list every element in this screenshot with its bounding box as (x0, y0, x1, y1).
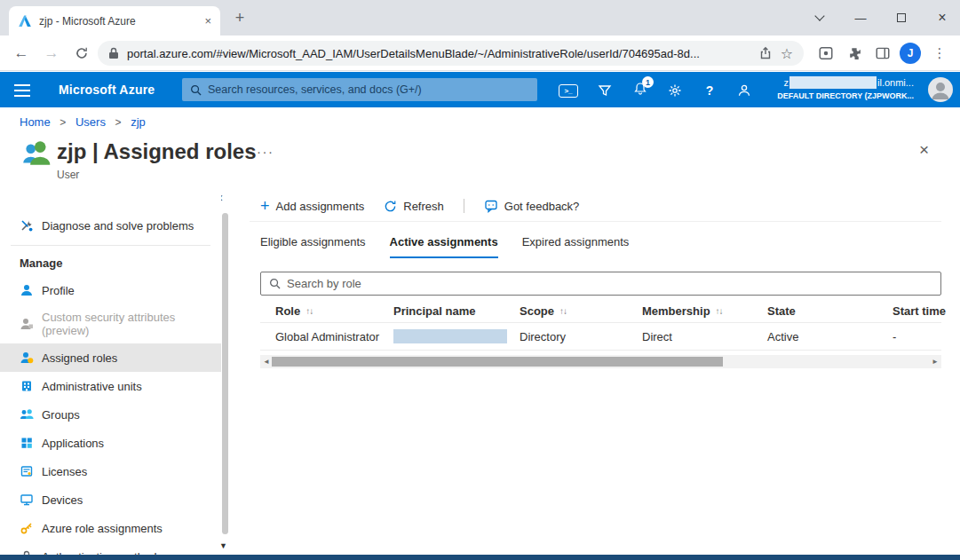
assignment-tabs: Eligible assignments Active assignments … (260, 235, 629, 258)
breadcrumb-home[interactable]: Home (20, 115, 51, 129)
add-assignments-button[interactable]: + Add assignments (260, 200, 364, 213)
column-principal-name[interactable]: Principal name (393, 304, 520, 318)
blade-close-button[interactable]: × (919, 140, 929, 160)
portal-footer-bar (0, 555, 960, 560)
sidebar-item-administrative-units[interactable]: Administrative units (0, 372, 221, 400)
azure-search-box[interactable] (182, 78, 537, 101)
column-role[interactable]: Role ↑↓ (275, 304, 393, 318)
sidebar-item-groups[interactable]: Groups (0, 400, 221, 429)
azure-favicon-icon (18, 14, 32, 28)
share-icon[interactable] (758, 46, 773, 60)
column-membership[interactable]: Membership ↑↓ (642, 304, 767, 318)
url-bar[interactable]: portal.azure.com/#view/Microsoft_AAD_IAM… (98, 41, 804, 66)
azure-search-input[interactable] (208, 83, 529, 96)
sidebar-item-custom-security-attributes[interactable]: Custom security attributes (preview) (0, 304, 221, 343)
sidebar-item-assigned-roles[interactable]: Assigned roles (0, 343, 221, 372)
breadcrumb-users[interactable]: Users (75, 115, 106, 129)
directory-filter-button[interactable] (594, 81, 615, 100)
table-horizontal-scrollbar[interactable]: ◄ ► (260, 355, 941, 368)
sort-icon[interactable]: ↑↓ (305, 306, 313, 316)
column-scope[interactable]: Scope ↑↓ (520, 304, 642, 318)
search-icon (190, 84, 202, 96)
cell-role[interactable]: Global Administrator (275, 330, 393, 343)
feedback-person-icon (737, 83, 751, 98)
side-panel-icon[interactable] (872, 43, 893, 64)
gear-icon (668, 83, 682, 98)
page-more-icon[interactable]: ··· (257, 144, 274, 159)
lock-icon[interactable] (108, 47, 119, 59)
maximize-button[interactable] (894, 11, 908, 25)
role-search-input[interactable] (287, 277, 932, 290)
cloud-shell-button[interactable]: >_ (558, 81, 579, 100)
hamburger-menu-icon[interactable] (14, 84, 30, 97)
extensions-puzzle-icon[interactable] (844, 43, 865, 64)
person-icon (20, 283, 34, 297)
browser-window: zjp - Microsoft Azure × + — × ← → portal… (0, 0, 960, 560)
column-start-time[interactable]: Start time (893, 304, 946, 318)
sidebar-item-diagnose[interactable]: Diagnose and solve problems (0, 211, 221, 240)
sidebar-item-applications[interactable]: Applications (0, 429, 221, 457)
breadcrumb-separator: > (115, 116, 122, 129)
tab-close-icon[interactable]: × (204, 14, 211, 28)
got-feedback-button[interactable]: Got feedback? (484, 199, 580, 213)
scroll-left-icon[interactable]: ◄ (260, 355, 273, 368)
bell-icon: 1 (633, 82, 647, 99)
role-search-box[interactable] (260, 272, 941, 296)
tab-title: zjp - Microsoft Azure (39, 15, 197, 28)
reload-button[interactable] (69, 41, 94, 66)
sidebar-item-label: Groups (42, 408, 80, 422)
forward-button[interactable]: → (39, 41, 64, 66)
account-menu[interactable]: z il.onmi... DEFAULT DIRECTORY (ZJPWORK.… (777, 76, 914, 100)
sidebar-item-label: Applications (42, 437, 104, 450)
sidebar: Diagnose and solve problems Manage Profi… (0, 188, 221, 560)
sort-icon[interactable]: ↑↓ (716, 306, 723, 316)
tab-active-assignments[interactable]: Active assignments (390, 235, 498, 258)
sidebar-item-label: Azure role assignments (42, 522, 163, 535)
command-bar: + Add assignments Refresh Got feedback? (260, 194, 599, 217)
refresh-button[interactable]: Refresh (384, 200, 444, 213)
column-state[interactable]: State (767, 304, 893, 318)
azure-avatar[interactable] (928, 77, 953, 102)
browser-menu-icon[interactable]: ⋮ (931, 43, 948, 64)
minimize-button[interactable]: — (853, 11, 868, 25)
notifications-button[interactable]: 1 (630, 81, 651, 100)
funnel-icon (598, 83, 612, 98)
sidebar-item-azure-role-assignments[interactable]: Azure role assignments (0, 514, 221, 542)
sidebar-item-profile[interactable]: Profile (0, 276, 221, 304)
people-icon (20, 407, 34, 422)
sidebar-scrollbar[interactable] (222, 213, 228, 534)
scrollbar-thumb[interactable] (272, 357, 723, 367)
tab-expired-assignments[interactable]: Expired assignments (522, 235, 630, 258)
window-close-button[interactable]: × (935, 11, 949, 25)
azure-header: Microsoft Azure >_ 1 ? z il (0, 72, 960, 107)
extension-badge-icon[interactable] (815, 43, 837, 64)
window-menu-chevron-icon[interactable] (813, 11, 827, 25)
maximize-icon (897, 13, 906, 22)
back-button[interactable]: ← (9, 41, 34, 66)
sidebar-scroll-down-icon[interactable]: ▼ (219, 541, 227, 550)
new-tab-button[interactable]: + (229, 8, 250, 29)
sidebar-item-licenses[interactable]: Licenses (0, 457, 221, 485)
account-email: z il.onmi... (777, 76, 914, 89)
help-button[interactable]: ? (699, 81, 720, 100)
scroll-right-icon[interactable]: ► (929, 355, 941, 368)
grid-icon (20, 436, 34, 450)
browser-profile-avatar[interactable]: J (900, 43, 921, 64)
user-page-icon (20, 137, 53, 170)
feedback-button[interactable] (734, 81, 755, 100)
breadcrumb-zjp[interactable]: zjp (131, 115, 146, 129)
assignments-table: Role ↑↓ Principal name Scope ↑↓ Membersh… (260, 299, 941, 351)
azure-brand[interactable]: Microsoft Azure (59, 83, 155, 97)
avatar-person-icon (928, 77, 953, 102)
sidebar-item-devices[interactable]: Devices (0, 485, 221, 514)
browser-tab[interactable]: zjp - Microsoft Azure × (9, 6, 220, 35)
cell-membership: Direct (642, 330, 767, 343)
page-subtitle: User (57, 169, 79, 181)
url-text[interactable]: portal.azure.com/#view/Microsoft_AAD_IAM… (127, 47, 750, 60)
bookmark-star-icon[interactable]: ☆ (781, 45, 793, 62)
sort-icon[interactable]: ↑↓ (559, 306, 567, 316)
tab-eligible-assignments[interactable]: Eligible assignments (260, 235, 366, 258)
table-row[interactable]: Global Administrator Directory Direct Ac… (260, 323, 941, 351)
settings-button[interactable] (664, 81, 686, 100)
sidebar-item-label: Devices (42, 493, 83, 507)
